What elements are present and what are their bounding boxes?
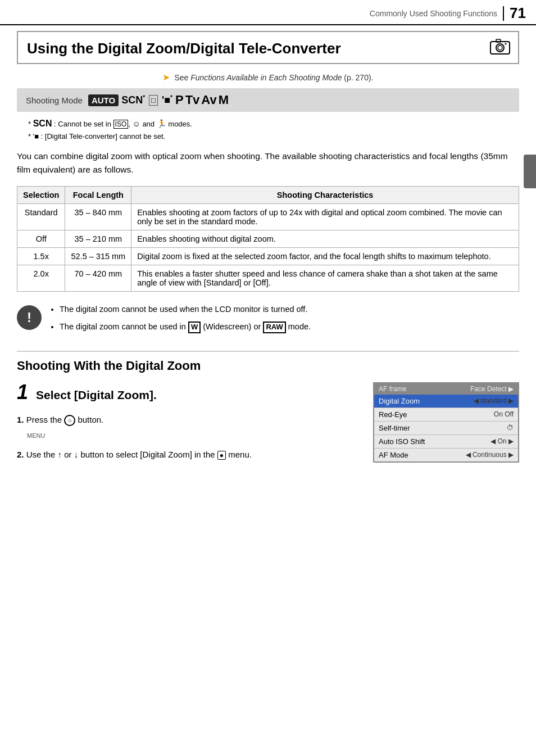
- cell-selection-3: 2.0x: [17, 265, 65, 292]
- section-heading: Shooting With the Digital Zoom: [17, 351, 519, 373]
- cell-char-0: Enables shooting at zoom factors of up t…: [131, 204, 519, 230]
- row-value-4: ◀ Continuous ▶: [466, 451, 514, 459]
- cell-selection-0: Standard: [17, 204, 65, 230]
- shooting-mode-icons: AUTO SCN* □ '■* P Tv Av M: [88, 93, 229, 107]
- page-header: Commonly Used Shooting Functions 71: [0, 0, 536, 25]
- col-header-selection: Selection: [17, 187, 65, 204]
- row-value-3: ◀ On ▶: [490, 437, 514, 445]
- step-inst-num-2: 2.: [17, 450, 24, 459]
- rec-menu-icon: ●: [217, 451, 226, 460]
- svg-point-2: [498, 46, 502, 50]
- footnote-scn-text: SCN: [33, 119, 52, 128]
- icon-run: 🏃: [157, 119, 166, 128]
- step-title: Select [Digital Zoom].: [36, 388, 157, 402]
- table-row: Off 35 – 210 mm Enables shooting without…: [17, 230, 519, 248]
- cell-char-3: This enables a faster shutter speed and …: [131, 265, 519, 292]
- cell-selection-1: Off: [17, 230, 65, 248]
- row-value-1: On Off: [494, 410, 514, 418]
- see-suffix: (p. 270).: [342, 73, 373, 82]
- row-value-0: ◀ standard ▶: [474, 397, 514, 405]
- row-label-4: AF Mode: [379, 451, 466, 459]
- row-label-1: Red-Eye: [379, 410, 494, 419]
- camera-screen-row-0: Digital Zoom ◀ standard ▶: [374, 395, 518, 408]
- camera-icon: [490, 39, 510, 56]
- row-label-0: Digital Zoom: [379, 397, 474, 405]
- row-label-2: Self-timer: [379, 424, 507, 432]
- down-arrow: ↓: [74, 450, 79, 459]
- shooting-mode-label: Shooting Mode: [26, 96, 83, 105]
- intro-text: You can combine digital zoom with optica…: [17, 150, 519, 178]
- step-header: 1 Select [Digital Zoom].: [17, 382, 363, 408]
- cell-char-1: Enables shooting without digital zoom.: [131, 230, 519, 248]
- cell-focal-0: 35 – 840 mm: [65, 204, 131, 230]
- step-instruction-2: 2. Use the ↑ or ↓ button to select [Digi…: [17, 447, 363, 462]
- camera-screen: AF frame Face Detect ▶ Digital Zoom ◀ st…: [373, 382, 519, 463]
- row-label-3: Auto ISO Shift: [379, 437, 490, 446]
- camera-screen-header: AF frame Face Detect ▶: [374, 383, 518, 395]
- mode-auto: AUTO: [88, 94, 119, 106]
- note-item-2: The digital zoom cannot be used in W (Wi…: [60, 320, 519, 333]
- screen-header-left: AF frame: [379, 385, 406, 393]
- cell-focal-1: 35 – 210 mm: [65, 230, 131, 248]
- cell-selection-2: 1.5x: [17, 248, 65, 265]
- step-instruction-1: 1. Press the ○ button. MENU: [17, 412, 363, 442]
- title-box: Using the Digital Zoom/Digital Tele-Conv…: [17, 31, 519, 64]
- cell-focal-3: 70 – 420 mm: [65, 265, 131, 292]
- note-item-1: The digital zoom cannot be used when the…: [60, 303, 519, 316]
- svg-rect-3: [496, 39, 501, 42]
- camera-screen-row-2: Self-timer ⏱: [374, 422, 518, 435]
- cell-char-2: Digital zoom is fixed at the selected zo…: [131, 248, 519, 265]
- shooting-mode-bar: Shooting Mode AUTO SCN* □ '■* P Tv Av M: [17, 88, 519, 112]
- step-instructions: 1. Press the ○ button. MENU 2. Use the ↑…: [17, 412, 363, 462]
- svg-point-4: [505, 43, 507, 45]
- note-box: ! The digital zoom cannot be used when t…: [17, 303, 519, 338]
- see-note: ➤ See Functions Available in Each Shooti…: [17, 72, 519, 83]
- header-divider: [503, 6, 504, 21]
- mode-m: M: [219, 93, 229, 107]
- step-inst-num-1: 1.: [17, 415, 24, 424]
- col-header-characteristics: Shooting Characteristics: [131, 187, 519, 204]
- footnote-2: * '■ : [Digital Tele-converter] cannot b…: [28, 131, 519, 143]
- see-arrow: ➤: [162, 73, 170, 82]
- mode-p: P: [175, 93, 184, 107]
- raw-icon: RAW: [263, 322, 285, 333]
- table-row: 2.0x 70 – 420 mm This enables a faster s…: [17, 265, 519, 292]
- header-label: Commonly Used Shooting Functions: [370, 9, 497, 18]
- screen-header-right: Face Detect ▶: [470, 385, 514, 393]
- icon-smile: ☺: [132, 119, 140, 128]
- mode-tv: Tv: [185, 93, 200, 107]
- page-number: 71: [510, 4, 526, 22]
- svg-point-1: [496, 44, 504, 52]
- col-header-focal: Focal Length: [65, 187, 131, 204]
- menu-label: MENU: [27, 432, 45, 439]
- mode-av: Av: [201, 93, 216, 107]
- footnotes: * SCN : Cannot be set in ISO, ☺ and 🏃 mo…: [28, 116, 519, 142]
- step-number: 1: [17, 382, 28, 402]
- see-prefix: See: [174, 73, 190, 82]
- caution-icon: !: [17, 305, 42, 330]
- camera-screen-row-4: AF Mode ◀ Continuous ▶: [374, 449, 518, 461]
- mode-scn: SCN*: [121, 94, 145, 106]
- up-arrow: ↑: [58, 450, 62, 459]
- row-value-2: ⏱: [507, 424, 514, 432]
- side-tab: [524, 155, 536, 188]
- note-bullets: The digital zoom cannot be used when the…: [49, 303, 519, 338]
- cell-focal-2: 52.5 – 315 mm: [65, 248, 131, 265]
- mode-movie: '■*: [162, 94, 172, 106]
- camera-screen-row-3: Auto ISO Shift ◀ On ▶: [374, 435, 518, 449]
- page-title: Using the Digital Zoom/Digital Tele-Conv…: [27, 40, 509, 57]
- see-italic: Functions Available in Each Shooting Mod…: [190, 73, 342, 82]
- step-container: 1 Select [Digital Zoom]. 1. Press the ○ …: [17, 382, 519, 463]
- icon-iso: ISO: [113, 120, 129, 129]
- camera-screen-row-1: Red-Eye On Off: [374, 408, 518, 422]
- zoom-table: Selection Focal Length Shooting Characte…: [17, 186, 519, 292]
- footnote-1: * SCN : Cannot be set in ISO, ☺ and 🏃 mo…: [28, 116, 519, 131]
- table-row: 1.5x 52.5 – 315 mm Digital zoom is fixed…: [17, 248, 519, 265]
- mode-stitch: □: [149, 95, 158, 106]
- table-row: Standard 35 – 840 mm Enables shooting at…: [17, 204, 519, 230]
- menu-button-icon: ○: [64, 415, 75, 426]
- or-text: or: [253, 322, 261, 331]
- step-left: 1 Select [Digital Zoom]. 1. Press the ○ …: [17, 382, 363, 462]
- widescreen-icon: W: [188, 322, 201, 333]
